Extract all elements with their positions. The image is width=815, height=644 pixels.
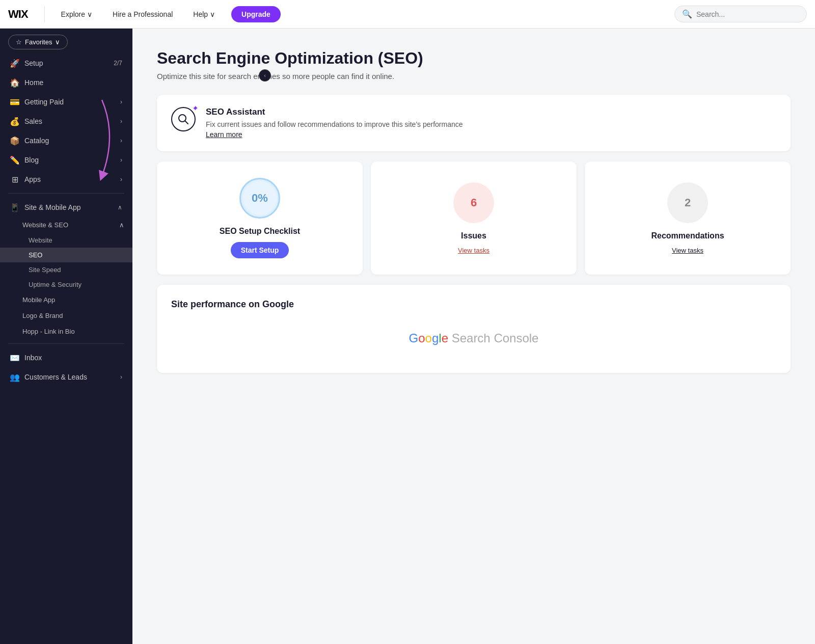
seo-assistant-icon: ✦ [171, 107, 196, 131]
getting-paid-chevron-icon: › [120, 98, 122, 105]
explore-chevron-icon: ∨ [87, 10, 92, 18]
issues-label: Issues [461, 231, 486, 240]
explore-label: Explore [61, 10, 85, 18]
google-console-placeholder: Google Search Console [171, 318, 776, 359]
favorites-chevron-icon: ∨ [55, 38, 60, 46]
sidebar-item-inbox[interactable]: ✉️ Inbox [2, 348, 130, 367]
hire-professional-link[interactable]: Hire a Professional [108, 8, 177, 20]
collapse-icon: ‹ [264, 72, 266, 78]
start-setup-button[interactable]: Start Setup [231, 242, 289, 258]
favorites-label: Favorites [25, 38, 52, 46]
main-layout: ☆ Favorites ∨ 🚀 Setup 2/7 🏠 Home 💳 Getti… [0, 29, 815, 644]
performance-title: Site performance on Google [171, 299, 776, 310]
sidebar-label-customers-leads: Customers & Leads [24, 373, 115, 381]
sidebar-item-sales[interactable]: 💰 Sales › [2, 112, 130, 131]
recommendations-card: 2 Recommendations View tasks [585, 162, 791, 275]
performance-card: Site performance on Google Google Search… [157, 285, 791, 373]
recommendations-circle: 2 [667, 182, 708, 223]
hopp-label: Hopp - Link in Bio [22, 328, 75, 335]
setup-icon: 🚀 [10, 59, 19, 68]
sidebar-sub-sub-seo[interactable]: SEO [0, 248, 132, 262]
sidebar-sub-website-seo[interactable]: Website & SEO ∧ [0, 217, 132, 233]
search-icon: 🔍 [682, 9, 692, 19]
sidebar-item-catalog[interactable]: 📦 Catalog › [2, 131, 130, 150]
learn-more-link[interactable]: Learn more [206, 130, 242, 139]
checklist-label: SEO Setup Checklist [220, 227, 300, 236]
sidebar-sub-sub-website[interactable]: Website [0, 233, 132, 248]
search-bar: 🔍 [674, 6, 807, 22]
sidebar-sub-sub-site-speed[interactable]: Site Speed [0, 262, 132, 277]
site-speed-label: Site Speed [29, 266, 61, 274]
sidebar-item-getting-paid[interactable]: 💳 Getting Paid › [2, 92, 130, 112]
help-menu[interactable]: Help ∨ [189, 8, 219, 20]
website-seo-label: Website & SEO [22, 221, 68, 229]
apps-chevron-icon: › [120, 176, 122, 183]
sidebar-sub-logo-brand[interactable]: Logo & Brand [0, 308, 132, 324]
issues-card: 6 Issues View tasks [371, 162, 577, 275]
seo-assistant-card: ✦ SEO Assistant Fix current issues and f… [157, 95, 791, 151]
sidebar-item-customers-leads[interactable]: 👥 Customers & Leads › [2, 367, 130, 387]
help-chevron-icon: ∨ [210, 10, 215, 18]
website-seo-chevron-icon: ∧ [119, 221, 124, 229]
site-mobile-icon: 📱 [10, 203, 19, 212]
favorites-button[interactable]: ☆ Favorites ∨ [8, 35, 68, 49]
sidebar-sub-mobile-app[interactable]: Mobile App [0, 292, 132, 308]
nav-separator [44, 6, 45, 22]
sidebar-label-site-mobile: Site & Mobile App [24, 203, 113, 211]
google-g2-letter: g [432, 331, 439, 345]
page-title: Search Engine Optimization (SEO) [157, 49, 791, 68]
catalog-chevron-icon: › [120, 137, 122, 144]
help-label: Help [193, 10, 208, 18]
sidebar-sub-hopp[interactable]: Hopp - Link in Bio [0, 324, 132, 339]
customers-icon: 👥 [10, 372, 19, 382]
sidebar-item-home[interactable]: 🏠 Home [2, 73, 130, 92]
mobile-app-label: Mobile App [22, 296, 55, 304]
search-input[interactable] [696, 10, 799, 18]
issues-view-tasks-link[interactable]: View tasks [458, 247, 490, 254]
google-console-rest: Search Console [452, 331, 539, 345]
sidebar: ☆ Favorites ∨ 🚀 Setup 2/7 🏠 Home 💳 Getti… [0, 29, 132, 644]
sidebar-label-blog: Blog [24, 156, 115, 164]
apps-icon: ⊞ [10, 175, 19, 184]
sidebar-label-sales: Sales [24, 117, 115, 125]
seo-assistant-text: SEO Assistant Fix current issues and fol… [206, 107, 463, 139]
sidebar-item-blog[interactable]: ✏️ Blog › [2, 150, 130, 170]
sales-chevron-icon: › [120, 118, 122, 125]
collapse-sidebar-button[interactable]: ‹ [259, 69, 271, 82]
stats-cards-row: 0% SEO Setup Checklist Start Setup 6 Iss… [157, 162, 791, 275]
catalog-icon: 📦 [10, 136, 19, 145]
sidebar-divider [8, 193, 124, 194]
google-o1-letter: o [418, 331, 425, 345]
seo-label: SEO [29, 251, 42, 259]
customers-chevron-icon: › [120, 373, 122, 381]
explore-menu[interactable]: Explore ∨ [57, 8, 96, 20]
home-icon: 🏠 [10, 78, 19, 87]
seo-assistant-description: Fix current issues and follow recommenda… [206, 119, 463, 130]
sidebar-label-setup: Setup [24, 59, 108, 67]
google-console-text: Google Search Console [409, 331, 539, 345]
wix-logo: WIX [8, 8, 28, 21]
site-mobile-chevron-icon: ∧ [118, 204, 122, 211]
issues-count: 6 [471, 196, 477, 209]
sidebar-item-setup[interactable]: 🚀 Setup 2/7 [2, 53, 130, 73]
sidebar-divider-2 [8, 343, 124, 344]
star-icon: ☆ [16, 38, 22, 46]
blog-icon: ✏️ [10, 155, 19, 165]
sidebar-sub-sub-uptime-security[interactable]: Uptime & Security [0, 277, 132, 292]
recommendations-view-tasks-link[interactable]: View tasks [672, 247, 703, 254]
checklist-progress-circle: 0% [239, 178, 280, 219]
sidebar-label-inbox: Inbox [24, 354, 122, 362]
main-content: Search Engine Optimization (SEO) Optimiz… [132, 29, 815, 644]
sidebar-item-apps[interactable]: ⊞ Apps › [2, 170, 130, 189]
upgrade-button[interactable]: Upgrade [231, 6, 281, 22]
svg-line-1 [185, 121, 188, 124]
getting-paid-icon: 💳 [10, 97, 19, 106]
sparkle-icon: ✦ [193, 104, 199, 112]
website-label: Website [29, 236, 52, 244]
sidebar-label-apps: Apps [24, 175, 115, 183]
seo-assistant-title: SEO Assistant [206, 107, 463, 117]
top-nav: WIX Explore ∨ Hire a Professional Help ∨… [0, 0, 815, 29]
sales-icon: 💰 [10, 117, 19, 126]
sidebar-item-site-mobile[interactable]: 📱 Site & Mobile App ∧ [2, 198, 130, 217]
setup-badge: 2/7 [114, 60, 122, 67]
